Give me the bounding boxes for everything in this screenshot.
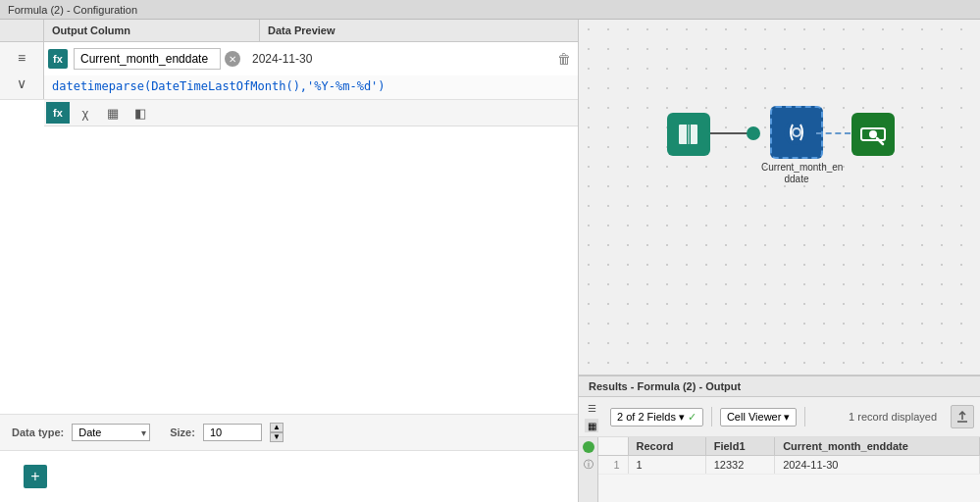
preview-column-header: Data Preview — [260, 20, 342, 41]
connector-dot-1 — [747, 126, 760, 140]
th-record: Record — [628, 437, 705, 456]
add-row-container: + — [0, 451, 578, 502]
results-panel: Results - Formula (2) - Output ☰ ▦ 2 of … — [579, 375, 980, 502]
table-header-row: Record Field1 Current_month_enddate — [598, 437, 980, 456]
table-cell: 1 — [628, 456, 705, 475]
formula-node: Current_month_enddate — [761, 106, 832, 185]
size-up-btn[interactable]: ▲ — [270, 423, 284, 432]
preview-value: 2024-11-30 — [244, 49, 550, 69]
svg-rect-0 — [679, 125, 688, 144]
fields-label: 2 of 2 Fields — [617, 411, 676, 423]
svg-point-6 — [794, 129, 799, 135]
formula-type-badge: fx — [48, 49, 68, 69]
field-row: fx ✕ 2024-11-30 🗑 — [44, 42, 578, 75]
fx-tool-btn[interactable]: fx — [46, 102, 70, 124]
row-number: 1 — [598, 456, 628, 475]
formula-expression[interactable]: datetimeparse(DateTimeLastOfMonth(),'%Y-… — [44, 75, 578, 99]
output-tool-btn[interactable]: ◧ — [129, 102, 152, 124]
export-btn[interactable] — [951, 405, 974, 428]
connector-1 — [710, 132, 749, 134]
results-sidebar-icons: ☰ ▦ — [585, 401, 598, 432]
svg-point-8 — [869, 130, 877, 138]
input-node-icon[interactable] — [667, 113, 710, 156]
connector-2 — [816, 132, 851, 134]
fields-selector-btn[interactable]: 2 of 2 Fields ▾ ✓ — [610, 408, 703, 427]
table-icon[interactable]: ▦ — [585, 419, 598, 432]
size-input[interactable] — [203, 424, 262, 441]
th-field1: Field1 — [705, 437, 774, 456]
table-cell: 12332 — [705, 456, 774, 475]
svg-rect-3 — [688, 125, 690, 144]
expand-btn[interactable]: ∨ — [8, 72, 35, 95]
drag-handle[interactable]: ≡ — [8, 46, 35, 70]
record-count: 1 record displayed — [849, 411, 937, 423]
data-type-select[interactable]: Date String Integer DateTime — [72, 424, 150, 441]
workflow-canvas[interactable]: Current_month_enddate — [579, 20, 980, 375]
data-type-select-wrapper: Date String Integer DateTime — [72, 424, 150, 441]
size-label: Size: — [170, 427, 195, 438]
top-bar: Formula (2) - Configuration — [0, 0, 980, 20]
column-headers: Output Column Data Preview — [0, 20, 578, 42]
table-row: 11123322024-11-30 — [598, 456, 980, 475]
cell-viewer-btn[interactable]: Cell Viewer ▾ — [720, 408, 797, 427]
viewer-dropdown-icon: ▾ — [784, 411, 790, 424]
input-node — [667, 113, 710, 156]
status-dot — [583, 441, 594, 453]
results-table: Record Field1 Current_month_enddate 1112… — [598, 437, 980, 502]
app-title: Formula (2) - Configuration — [8, 4, 137, 16]
output-column-header: Output Column — [44, 20, 260, 41]
viewer-label: Cell Viewer — [727, 411, 781, 423]
size-spinners[interactable]: ▲ ▼ — [270, 423, 284, 442]
data-table: Record Field1 Current_month_enddate 1112… — [598, 437, 980, 475]
right-panel: Current_month_enddate — [579, 20, 980, 502]
info-icon[interactable]: ⓘ — [583, 459, 594, 471]
size-down-btn[interactable]: ▼ — [270, 432, 284, 442]
table-tool-btn[interactable]: ▦ — [101, 102, 125, 124]
fields-dropdown-icon: ▾ — [679, 411, 685, 424]
th-rownum — [598, 437, 628, 456]
clear-field-btn[interactable]: ✕ — [225, 51, 240, 67]
output-node — [851, 113, 895, 156]
formula-node-icon[interactable] — [770, 106, 823, 159]
fields-check-icon: ✓ — [688, 411, 696, 424]
output-node-icon[interactable] — [851, 113, 895, 156]
results-sidebar: ⓘ — [579, 437, 598, 502]
table-cell: 2024-11-30 — [775, 456, 980, 475]
formula-tools: fx χ ▦ ◧ — [44, 100, 578, 126]
grid-icon[interactable]: ☰ — [585, 401, 598, 415]
data-type-label: Data type: — [12, 427, 64, 438]
field-name-input[interactable] — [74, 48, 221, 70]
toolbar-divider-1 — [711, 407, 712, 427]
results-toolbar: ☰ ▦ 2 of 2 Fields ▾ ✓ Cell Vie — [579, 397, 980, 437]
row-controls: ≡ ∨ — [0, 42, 44, 99]
formula-row: ≡ ∨ fx ✕ 2024-11-30 🗑 — [0, 42, 578, 100]
data-type-row: Data type: Date String Integer DateTime … — [0, 414, 578, 451]
formula-config-panel: Output Column Data Preview ≡ ∨ fx — [0, 20, 579, 502]
formula-node-label: Current_month_enddate — [761, 162, 832, 185]
toolbar-divider-2 — [804, 407, 805, 427]
results-table-area: ⓘ Record Field1 Current_month_enddate — [579, 437, 980, 502]
th-current-month-enddate: Current_month_enddate — [775, 437, 980, 456]
delete-row-btn[interactable]: 🗑 — [554, 49, 574, 69]
x-tool-btn[interactable]: χ — [74, 102, 97, 124]
results-header: Results - Formula (2) - Output — [579, 376, 980, 397]
add-row-btn[interactable]: + — [24, 465, 47, 488]
